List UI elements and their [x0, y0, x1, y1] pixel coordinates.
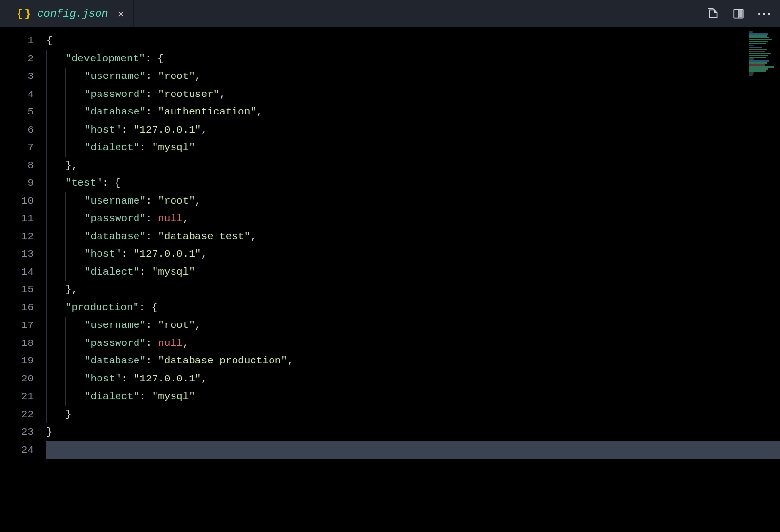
indent-guide [46, 86, 47, 104]
indent-guide [46, 264, 47, 282]
json-punct: : [121, 373, 134, 384]
indent-guide [46, 192, 47, 210]
json-punct: } [46, 426, 53, 437]
split-editor-icon[interactable] [731, 6, 746, 21]
line-number: 2 [0, 50, 34, 68]
json-key: "database" [84, 106, 146, 117]
minimap-row [749, 66, 774, 68]
code-line[interactable]: "username": "root", [46, 68, 780, 86]
tabs: {} config.json ✕ [4, 0, 134, 27]
minimap-row [749, 64, 765, 66]
code-line[interactable]: { [46, 32, 780, 50]
line-number: 21 [0, 388, 34, 406]
tab-config-json[interactable]: {} config.json ✕ [4, 0, 134, 27]
code-line[interactable]: "database": "authentication", [46, 103, 780, 121]
code-line[interactable]: } [46, 406, 780, 424]
code-line[interactable]: "development": { [46, 50, 780, 68]
indent-guide [46, 370, 47, 388]
code-line[interactable]: "host": "127.0.0.1", [46, 370, 780, 388]
code-line[interactable]: "username": "root", [46, 317, 780, 335]
indent-guide [46, 317, 47, 335]
line-number: 7 [0, 139, 34, 157]
code-line[interactable]: "host": "127.0.0.1", [46, 246, 780, 264]
indent-guide [65, 103, 66, 121]
line-number: 15 [0, 281, 34, 299]
indent-guide [65, 388, 66, 406]
minimap-row [749, 74, 753, 76]
json-punct: , [183, 213, 189, 224]
indent-guide [46, 174, 47, 192]
indent-guide [46, 388, 47, 406]
code-line[interactable]: } [46, 423, 780, 441]
minimap-row [749, 60, 769, 62]
json-punct: , [183, 338, 189, 349]
line-number: 20 [0, 370, 34, 388]
json-key: "username" [84, 195, 146, 207]
json-string: "127.0.0.1" [134, 124, 201, 135]
json-punct: } [65, 409, 72, 420]
json-punct: , [219, 89, 226, 100]
code-line[interactable]: "production": { [46, 299, 780, 317]
indent-guide [46, 335, 47, 353]
more-actions-icon[interactable] [757, 6, 771, 21]
json-punct: : [139, 391, 152, 402]
code-line[interactable]: "database": "database_production", [46, 352, 780, 370]
minimap-row [749, 45, 754, 46]
line-number: 14 [0, 264, 34, 282]
minimap[interactable] [749, 31, 776, 76]
code-line[interactable]: "password": "rootuser", [46, 86, 780, 104]
code-line[interactable]: "dialect": "mysql" [46, 388, 780, 406]
minimap-row [749, 57, 766, 58]
json-key: "production" [65, 302, 139, 313]
json-punct: : [146, 338, 158, 349]
indent-guide [65, 264, 66, 282]
json-punct: : [146, 195, 158, 207]
line-number: 16 [0, 299, 34, 317]
code-line[interactable]: "test": { [46, 174, 780, 192]
json-string: "mysql" [152, 391, 195, 402]
json-punct: : [146, 320, 158, 331]
json-punct: , [195, 71, 201, 82]
tabbar: {} config.json ✕ [0, 0, 780, 27]
json-key: "host" [84, 373, 121, 384]
json-punct: , [195, 320, 201, 331]
json-key: "dialect" [84, 142, 139, 153]
minimap-row [749, 62, 767, 64]
json-string: "root" [158, 320, 195, 331]
line-number: 18 [0, 335, 34, 353]
code-line[interactable]: "dialect": "mysql" [46, 139, 780, 157]
line-number: 8 [0, 157, 34, 175]
json-punct: , [287, 355, 293, 366]
json-key: "password" [84, 338, 146, 349]
line-number: 11 [0, 210, 34, 228]
code-area[interactable]: {"development": {"username": "root","pas… [46, 27, 780, 532]
code-line[interactable]: "password": null, [46, 210, 780, 228]
json-key: "dialect" [84, 391, 139, 402]
minimap-row [749, 43, 766, 44]
code-line[interactable]: }, [46, 157, 780, 175]
json-punct: : [146, 231, 158, 242]
indent-guide [65, 246, 66, 264]
line-number: 9 [0, 174, 34, 192]
json-string: "root" [158, 195, 195, 207]
indent-guide [65, 352, 66, 370]
code-line[interactable]: "database": "database_test", [46, 228, 780, 246]
indent-guide [46, 406, 47, 424]
close-icon[interactable]: ✕ [118, 7, 124, 20]
json-string: "rootuser" [158, 89, 219, 100]
json-key: "development" [65, 53, 145, 64]
code-line[interactable]: }, [46, 281, 780, 299]
code-line[interactable]: "username": "root", [46, 192, 780, 210]
json-punct: }, [65, 284, 78, 295]
json-punct: }, [65, 160, 78, 171]
indent-guide [46, 68, 47, 86]
code-line[interactable]: "dialect": "mysql" [46, 264, 780, 282]
json-key: "dialect" [84, 266, 139, 278]
line-number: 17 [0, 317, 34, 335]
code-line[interactable]: "host": "127.0.0.1", [46, 121, 780, 139]
code-line[interactable]: "password": null, [46, 335, 780, 353]
code-line[interactable] [46, 441, 780, 459]
json-string: "database_test" [158, 231, 250, 242]
open-changes-icon[interactable] [706, 6, 721, 21]
editor-pane[interactable]: 123456789101112131415161718192021222324 … [0, 27, 780, 532]
